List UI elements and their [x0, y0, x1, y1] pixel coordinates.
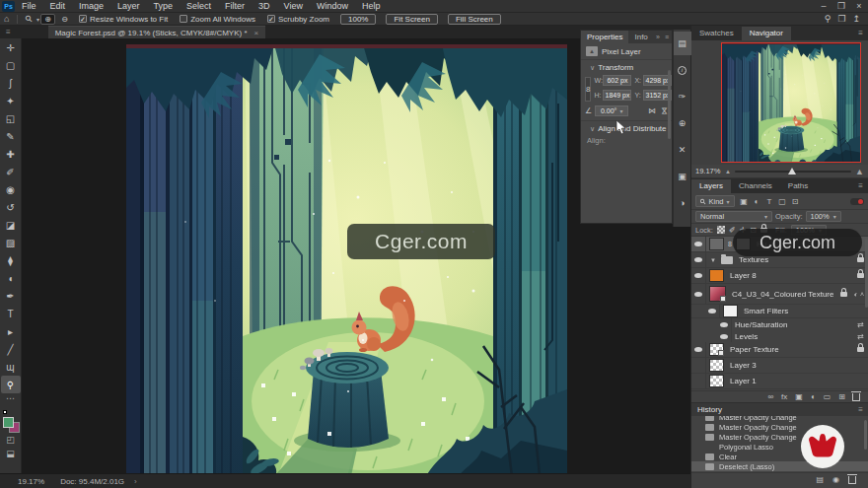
tool-button[interactable]: T — [1, 305, 21, 322]
zoom-slider-thumb[interactable] — [788, 168, 796, 174]
menu-item[interactable]: Image — [72, 0, 110, 13]
menu-item[interactable]: Help — [355, 0, 388, 13]
tool-button[interactable]: ✚ — [1, 145, 21, 163]
close-button[interactable]: × — [850, 0, 868, 13]
foreground-color-swatch[interactable] — [3, 417, 14, 428]
opacity-dropdown[interactable]: 100%▾ — [806, 211, 841, 222]
layers-action-icon[interactable]: ⊞ — [838, 392, 845, 401]
layer-row[interactable]: ▼ 8 Levels ⇄ ◐ ˄ — [691, 330, 868, 342]
layer-row[interactable]: ▼ 8 Layer 3 ⇄ ◐ ˄ — [691, 358, 868, 374]
link-dimensions-icon[interactable]: 8 — [585, 77, 591, 102]
smart-filter-icon[interactable]: ◐ ˄ — [854, 291, 864, 298]
dock-panel-icon[interactable]: ▣ — [674, 165, 691, 188]
zoom-level[interactable]: 19.17% — [18, 477, 44, 486]
width-field[interactable]: 602 px — [603, 75, 631, 86]
filter-toggle-switch[interactable] — [850, 198, 864, 205]
layers-action-icon[interactable]: fx — [781, 392, 787, 401]
panel-menu-icon[interactable]: ≡ — [853, 179, 868, 193]
menu-item[interactable]: Select — [180, 0, 218, 13]
visibility-toggle[interactable] — [717, 318, 732, 330]
menu-item[interactable]: Edit — [43, 0, 73, 13]
layer-thumbnail[interactable] — [709, 359, 724, 372]
visibility-toggle[interactable] — [691, 237, 706, 251]
layer-name[interactable]: Layer 8 — [730, 271, 857, 280]
quick-mask-button[interactable]: ◰ — [1, 433, 21, 447]
rotation-field[interactable]: 0.00°▾ — [595, 105, 628, 116]
layer-row[interactable]: ▼ 8 Layer 1 ⇄ ◐ ˄ — [691, 374, 868, 389]
visibility-toggle[interactable] — [691, 358, 706, 373]
tool-button[interactable]: ▸ — [1, 322, 21, 340]
panel-menu-icon[interactable]: ≡ — [853, 27, 868, 40]
transform-section-header[interactable]: ∨Transform — [581, 60, 672, 73]
filter-kind-dropdown[interactable]: ⚲ Kind ▾ — [695, 195, 735, 207]
layer-row[interactable]: ▼ 8 C4_U3_04_Coloured Texture ⇄ ◐ ˄ — [691, 284, 868, 305]
tab-properties[interactable]: Properties — [581, 31, 628, 43]
panel-menu-icon[interactable]: ≡ — [665, 34, 672, 40]
align-section-header[interactable]: ∨Align and Distribute — [581, 121, 672, 134]
restore-button[interactable]: ❐ — [832, 0, 850, 13]
dock-panel-icon[interactable]: ✑ — [674, 85, 691, 108]
tool-button[interactable]: ✐ — [1, 163, 21, 180]
layer-row[interactable]: ▼ 8 Paper Texture ⇄ ◐ ˄ — [691, 342, 868, 358]
tab-layers[interactable]: Layers — [691, 179, 731, 193]
layers-action-icon[interactable]: ▭ — [824, 392, 832, 401]
layers-action-icon[interactable]: ◐ — [811, 392, 816, 401]
visibility-toggle[interactable] — [691, 284, 706, 304]
tool-button[interactable]: ✦ — [1, 92, 21, 109]
filter-type-icon[interactable]: ▢ — [776, 197, 789, 206]
dock-panel-icon[interactable]: ◑ — [674, 191, 691, 215]
visibility-toggle[interactable] — [691, 252, 706, 267]
navigator-zoom-value[interactable]: 19.17% — [695, 167, 721, 175]
layer-thumbnail[interactable] — [709, 286, 726, 302]
tool-button[interactable]: ↺ — [1, 198, 21, 216]
layer-row[interactable]: ▼ 8 Layer 8 ⇄ ◐ ˄ — [691, 268, 868, 284]
menu-item[interactable]: View — [277, 0, 310, 13]
layer-name[interactable]: C4_U3_04_Coloured Texture — [732, 290, 840, 299]
zoom-out-button[interactable]: ⊖ — [57, 14, 72, 25]
menu-item[interactable]: Layer — [110, 0, 147, 13]
lock-transparency-icon[interactable] — [717, 226, 725, 234]
dock-panel-icon[interactable]: ⊕ — [674, 111, 691, 135]
layer-name[interactable]: Hue/Saturation — [735, 320, 857, 329]
tool-button[interactable]: ▢ — [1, 56, 21, 74]
tab-swatches[interactable]: Swatches — [691, 27, 742, 40]
document-tab[interactable]: Magic Forest.psd @ 19.1% (Sticks, CMYK/8… — [48, 26, 266, 38]
zoom-out-mountain-icon[interactable]: ▲ — [725, 169, 731, 174]
checkbox-icon[interactable] — [79, 15, 87, 23]
filter-type-icon[interactable]: ⊡ — [789, 197, 802, 206]
panel-menu-icon[interactable]: ≡ — [853, 403, 868, 417]
layer-thumbnail[interactable] — [723, 305, 738, 317]
filter-type-icon[interactable]: T — [763, 197, 776, 206]
options-button[interactable]: Fit Screen — [386, 14, 437, 25]
height-field[interactable]: 1849 px — [603, 90, 631, 101]
layer-name[interactable]: Smart Filters — [744, 307, 864, 315]
menu-item[interactable]: Filter — [218, 0, 252, 13]
tool-button[interactable]: ╱ — [1, 340, 21, 358]
default-colors-icon[interactable] — [3, 410, 7, 414]
tool-button[interactable]: ✒ — [1, 287, 21, 305]
tool-button[interactable]: ▨ — [1, 234, 21, 251]
tool-button[interactable]: ◱ — [1, 109, 21, 127]
tool-button[interactable]: ɰ — [1, 358, 21, 376]
zoom-tool-icon[interactable]: ⚲ — [21, 10, 37, 27]
tab-navigator[interactable]: Navigator — [742, 27, 791, 40]
option-checkbox[interactable]: Resize Windows to Fit — [79, 15, 168, 24]
checkbox-icon[interactable] — [180, 15, 187, 23]
layer-thumbnail[interactable] — [709, 375, 724, 387]
menu-item[interactable]: Window — [310, 0, 355, 13]
tab-paths[interactable]: Paths — [780, 179, 816, 193]
zoom-slider[interactable] — [735, 171, 851, 173]
filter-blend-icon[interactable]: ⇄ — [857, 320, 864, 329]
layer-thumbnail[interactable] — [709, 238, 724, 250]
option-checkbox[interactable]: Zoom All Windows — [180, 15, 255, 24]
layer-name[interactable]: Layer 1 — [730, 377, 864, 385]
flip-horizontal-icon[interactable]: ⋈ — [648, 106, 656, 115]
layer-thumbnail[interactable] — [709, 269, 724, 282]
visibility-toggle[interactable] — [691, 374, 706, 388]
filter-type-icon[interactable]: ◐ — [751, 197, 763, 206]
status-chevron-icon[interactable]: › — [134, 477, 137, 486]
visibility-toggle[interactable] — [705, 305, 720, 317]
screen-mode-button[interactable]: ⬓ — [1, 447, 21, 460]
minimize-button[interactable]: – — [815, 0, 832, 13]
visibility-toggle[interactable] — [717, 330, 732, 342]
